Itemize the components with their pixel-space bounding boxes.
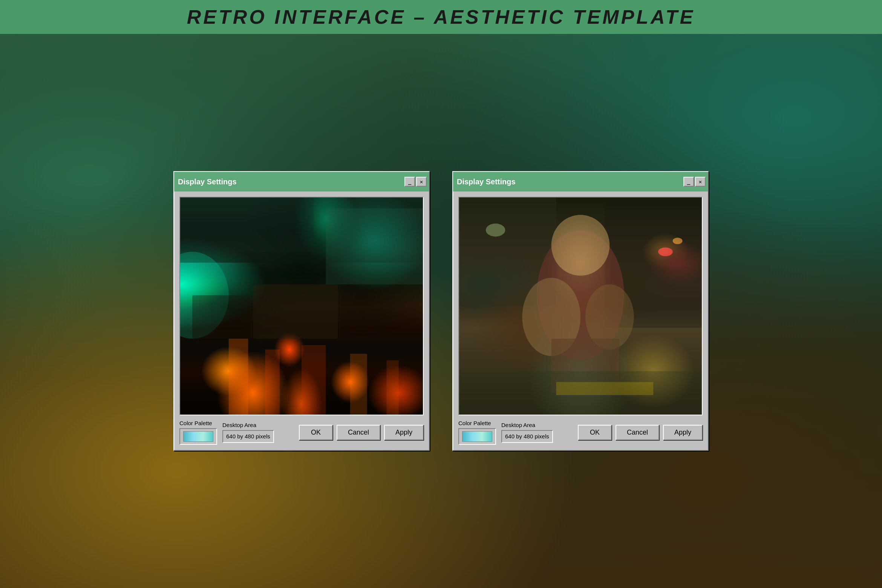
controls-area-left: Color Palette Desktop Area 640 by 480 pi… xyxy=(179,420,424,445)
dialog-content-right: Color Palette Desktop Area 640 by 480 pi… xyxy=(453,191,708,450)
color-palette-box-left xyxy=(179,428,217,445)
svg-rect-4 xyxy=(302,345,326,415)
title-bar-right: Display Settings _ ✕ xyxy=(453,172,708,191)
controls-area-right: Color Palette Desktop Area 640 by 480 pi… xyxy=(458,420,703,445)
dialog-left: Display Settings _ ✕ xyxy=(173,171,430,451)
svg-rect-3 xyxy=(265,349,280,415)
close-button-left[interactable]: ✕ xyxy=(416,177,427,187)
desktop-area-label-left: Desktop Area xyxy=(222,422,274,428)
svg-rect-9 xyxy=(326,208,423,285)
title-bar-buttons-left: _ ✕ xyxy=(404,177,427,187)
color-swatch-left xyxy=(183,431,213,442)
cancel-button-left[interactable]: Cancel xyxy=(337,425,380,440)
svg-rect-10 xyxy=(180,198,314,252)
svg-point-18 xyxy=(551,215,610,276)
svg-rect-5 xyxy=(350,354,367,415)
dialogs-container: Display Settings _ ✕ xyxy=(0,34,882,588)
dialog-left-title: Display Settings xyxy=(178,178,237,186)
image-area-left xyxy=(179,197,424,415)
person-image xyxy=(459,198,702,415)
minimize-button-right[interactable]: _ xyxy=(683,177,694,187)
svg-rect-6 xyxy=(386,360,398,415)
minimize-button-left[interactable]: _ xyxy=(404,177,415,187)
color-palette-box-right xyxy=(458,428,496,445)
header-title: RETRO INTERFACE – AESTHETIC TEMPLATE xyxy=(187,6,695,28)
cancel-button-right[interactable]: Cancel xyxy=(616,425,659,440)
color-palette-group-left: Color Palette xyxy=(179,420,217,445)
ok-button-right[interactable]: OK xyxy=(578,425,612,440)
svg-rect-23 xyxy=(459,371,702,415)
ok-button-left[interactable]: OK xyxy=(299,425,333,440)
desktop-area-group-right: Desktop Area 640 by 480 pixels xyxy=(501,422,553,443)
svg-point-14 xyxy=(658,247,673,256)
dialog-content-left: Color Palette Desktop Area 640 by 480 pi… xyxy=(174,191,429,450)
color-palette-label-right: Color Palette xyxy=(458,420,496,426)
color-swatch-right xyxy=(462,431,492,442)
city-street-image xyxy=(180,198,423,415)
color-palette-label-left: Color Palette xyxy=(179,420,217,426)
svg-point-15 xyxy=(673,238,683,244)
svg-point-16 xyxy=(486,224,505,237)
desktop-area-group-left: Desktop Area 640 by 480 pixels xyxy=(222,422,274,443)
dialog-right: Display Settings _ ✕ xyxy=(452,171,709,451)
header-banner: RETRO INTERFACE – AESTHETIC TEMPLATE xyxy=(0,0,882,34)
image-area-right xyxy=(458,197,703,415)
desktop-area-value-left: 640 by 480 pixels xyxy=(226,433,270,439)
svg-rect-8 xyxy=(192,295,253,338)
apply-button-right[interactable]: Apply xyxy=(663,425,703,440)
title-bar-buttons-right: _ ✕ xyxy=(683,177,706,187)
desktop-area-value-right: 640 by 480 pixels xyxy=(505,433,549,439)
svg-rect-7 xyxy=(253,284,338,338)
action-buttons-left: OK Cancel Apply xyxy=(299,425,424,440)
dialog-right-title: Display Settings xyxy=(457,178,516,186)
desktop-area-label-right: Desktop Area xyxy=(501,422,553,428)
svg-rect-2 xyxy=(229,338,248,415)
apply-button-left[interactable]: Apply xyxy=(384,425,424,440)
desktop-area-box-right: 640 by 480 pixels xyxy=(501,430,553,443)
close-button-right[interactable]: ✕ xyxy=(695,177,706,187)
title-bar-left: Display Settings _ ✕ xyxy=(174,172,429,191)
color-palette-group-right: Color Palette xyxy=(458,420,496,445)
action-buttons-right: OK Cancel Apply xyxy=(578,425,703,440)
desktop-area-box-left: 640 by 480 pixels xyxy=(222,430,274,443)
